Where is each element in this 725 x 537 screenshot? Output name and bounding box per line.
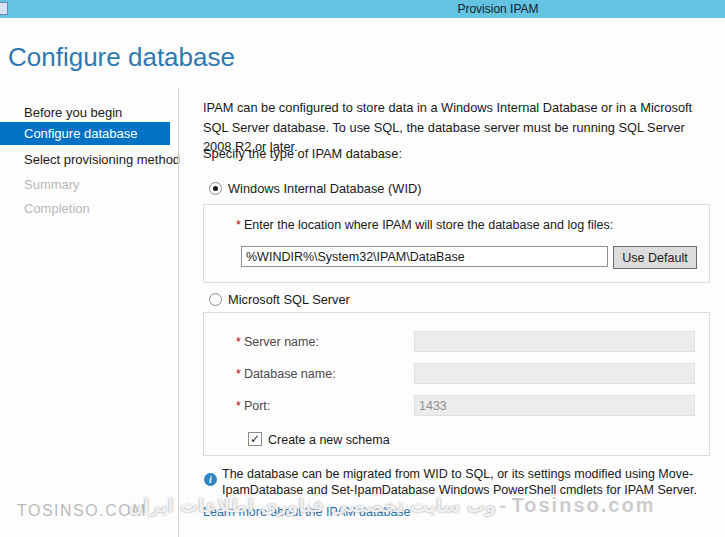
wid-radio-label[interactable]: Windows Internal Database (WID): [228, 181, 421, 196]
sidebar-item-select-provisioning-method[interactable]: Select provisioning method: [24, 152, 180, 167]
check-icon: ✓: [250, 432, 260, 446]
sql-radio-label[interactable]: Microsoft SQL Server: [228, 292, 350, 307]
location-label: *Enter the location where IPAM will stor…: [236, 218, 613, 232]
title-bar: Provision IPAM: [0, 0, 725, 18]
specify-database-type-label: Specify the type of IPAM database:: [203, 146, 402, 161]
sidebar-item-completion: Completion: [24, 201, 90, 216]
database-name-label: *Database name:: [236, 367, 336, 381]
wid-radio[interactable]: [209, 182, 222, 195]
sidebar-divider: [178, 88, 179, 537]
required-asterisk: *: [236, 335, 241, 349]
port-label: *Port:: [236, 399, 270, 413]
port-input: [414, 395, 695, 416]
info-icon: i: [204, 473, 217, 486]
sidebar-item-configure-database[interactable]: Configure database: [0, 122, 170, 145]
watermark-latin-text: - Tosinso.com: [499, 494, 655, 516]
window-title: Provision IPAM: [418, 0, 578, 18]
database-name-input: [414, 363, 695, 384]
window-icon: [0, 2, 8, 15]
create-schema-label[interactable]: Create a new schema: [268, 433, 390, 447]
use-default-button[interactable]: Use Default: [613, 246, 697, 269]
server-name-label: *Server name:: [236, 335, 319, 349]
wid-groupbox: *Enter the location where IPAM will stor…: [203, 204, 710, 283]
watermark-persian-text: وب سایت تخصصی فناوری اطلاعات ایران: [128, 495, 496, 516]
sidebar-item-before-you-begin[interactable]: Before you begin: [24, 105, 122, 120]
required-asterisk: *: [236, 399, 241, 413]
database-location-input[interactable]: [241, 246, 608, 267]
page-title: Configure database: [8, 42, 235, 73]
required-asterisk: *: [236, 218, 241, 232]
server-name-input: [414, 331, 695, 352]
watermark-center: وب سایت تخصصی فناوری اطلاعات ایران - Tos…: [128, 494, 598, 517]
sql-groupbox: *Server name: *Database name: *Port: ✓ C…: [203, 312, 710, 456]
required-asterisk: *: [236, 367, 241, 381]
sql-radio[interactable]: [209, 293, 222, 306]
sidebar-item-summary: Summary: [24, 177, 80, 192]
sidebar-item-label: Configure database: [24, 122, 137, 145]
create-schema-checkbox[interactable]: ✓: [248, 432, 262, 446]
